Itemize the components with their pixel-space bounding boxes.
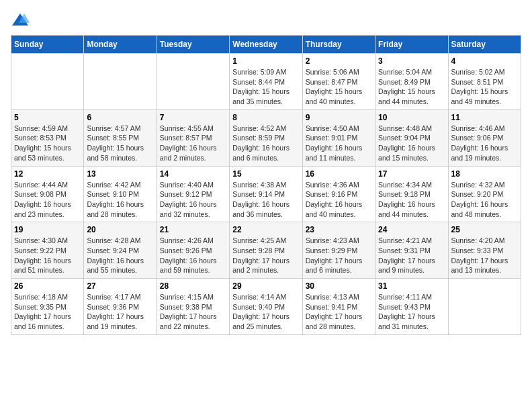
day-info: Sunset: 9:29 PM (306, 246, 372, 256)
day-info: and 58 minutes. (87, 153, 153, 163)
day-number: 26 (14, 281, 81, 291)
calendar-cell: 29Sunrise: 4:14 AMSunset: 9:40 PMDayligh… (230, 279, 302, 335)
day-info: and 13 minutes. (451, 265, 518, 275)
day-info: and 55 minutes. (87, 265, 153, 275)
calendar-week-row: 12Sunrise: 4:44 AMSunset: 9:08 PMDayligh… (11, 166, 521, 222)
day-info: Daylight: 15 hours (378, 87, 445, 97)
calendar-cell: 6Sunrise: 4:57 AMSunset: 8:55 PMDaylight… (84, 109, 157, 166)
day-info: Sunset: 9:22 PM (14, 246, 81, 256)
calendar-cell: 5Sunrise: 4:59 AMSunset: 8:53 PMDaylight… (11, 109, 84, 166)
day-info: and 40 minutes. (306, 210, 372, 220)
day-number: 23 (306, 225, 372, 234)
day-info: Daylight: 15 hours (87, 143, 153, 153)
day-info: Sunrise: 4:42 AM (87, 180, 153, 190)
day-info: Daylight: 17 hours (87, 312, 153, 322)
day-info: Sunrise: 4:11 AM (378, 292, 445, 302)
day-info: and 16 minutes. (14, 322, 81, 332)
day-info: Sunset: 9:06 PM (451, 133, 518, 143)
day-info: Sunrise: 4:34 AM (378, 180, 445, 190)
day-info: Sunrise: 4:17 AM (87, 292, 153, 302)
weekday-header: Saturday (448, 36, 521, 54)
day-info: Daylight: 16 hours (87, 199, 153, 210)
day-info: Sunrise: 4:57 AM (87, 124, 153, 134)
day-info: Sunset: 8:57 PM (160, 133, 226, 143)
day-info: Sunset: 8:44 PM (232, 77, 299, 87)
day-info: Sunset: 9:38 PM (160, 302, 226, 312)
calendar-cell (84, 54, 157, 110)
calendar-cell: 28Sunrise: 4:15 AMSunset: 9:38 PMDayligh… (157, 279, 229, 335)
calendar-cell: 4Sunrise: 5:02 AMSunset: 8:51 PMDaylight… (448, 54, 521, 110)
day-number: 7 (160, 113, 226, 122)
day-info: Sunrise: 4:52 AM (232, 124, 299, 134)
calendar-cell: 27Sunrise: 4:17 AMSunset: 9:36 PMDayligh… (84, 279, 157, 335)
calendar-cell: 9Sunrise: 4:50 AMSunset: 9:01 PMDaylight… (302, 109, 375, 166)
day-number: 16 (306, 169, 372, 179)
calendar-cell: 31Sunrise: 4:11 AMSunset: 9:43 PMDayligh… (375, 279, 448, 335)
day-info: Sunrise: 4:32 AM (451, 180, 518, 190)
day-info: Sunset: 9:18 PM (378, 189, 445, 199)
weekday-header: Sunday (11, 36, 84, 54)
day-info: and 23 minutes. (14, 210, 81, 220)
day-info: and 25 minutes. (232, 322, 299, 332)
day-info: and 59 minutes. (160, 265, 226, 275)
day-info: Daylight: 16 hours (14, 199, 81, 210)
day-info: and 32 minutes. (160, 210, 226, 220)
day-info: Daylight: 15 hours (14, 143, 81, 153)
calendar-cell: 22Sunrise: 4:25 AMSunset: 9:28 PMDayligh… (230, 222, 302, 279)
day-info: Daylight: 17 hours (378, 312, 445, 322)
day-info: and 53 minutes. (14, 153, 81, 163)
day-info: Sunset: 9:04 PM (378, 133, 445, 143)
day-number: 5 (14, 113, 81, 122)
day-info: Sunset: 9:01 PM (306, 133, 372, 143)
calendar-cell: 23Sunrise: 4:23 AMSunset: 9:29 PMDayligh… (302, 222, 375, 279)
calendar-cell: 2Sunrise: 5:06 AMSunset: 8:47 PMDaylight… (302, 54, 375, 110)
day-info: Sunset: 9:12 PM (160, 189, 226, 199)
day-info: and 2 minutes. (160, 153, 226, 163)
day-info: Sunset: 9:24 PM (87, 246, 153, 256)
calendar-cell: 17Sunrise: 4:34 AMSunset: 9:18 PMDayligh… (375, 166, 448, 222)
calendar-cell: 14Sunrise: 4:40 AMSunset: 9:12 PMDayligh… (157, 166, 229, 222)
weekday-header: Friday (375, 36, 448, 54)
day-number: 14 (160, 169, 226, 179)
logo (11, 11, 32, 30)
day-info: Sunrise: 5:09 AM (232, 67, 299, 77)
day-info: and 49 minutes. (451, 97, 518, 107)
day-number: 17 (378, 169, 445, 179)
day-info: Sunset: 9:16 PM (306, 189, 372, 199)
day-info: and 19 minutes. (451, 153, 518, 163)
day-info: and 44 minutes. (378, 210, 445, 220)
day-number: 27 (87, 281, 153, 291)
calendar-cell: 30Sunrise: 4:13 AMSunset: 9:41 PMDayligh… (302, 279, 375, 335)
day-number: 8 (232, 113, 299, 122)
day-number: 31 (378, 281, 445, 291)
day-info: Daylight: 16 hours (306, 143, 372, 153)
day-info: Sunrise: 4:46 AM (451, 124, 518, 134)
day-number: 20 (87, 225, 153, 234)
day-info: Sunrise: 4:38 AM (232, 180, 299, 190)
day-info: Daylight: 17 hours (306, 256, 372, 266)
day-info: Sunset: 8:59 PM (232, 133, 299, 143)
day-info: and 9 minutes. (378, 265, 445, 275)
day-number: 28 (160, 281, 226, 291)
day-info: Sunrise: 5:02 AM (451, 67, 518, 77)
calendar-cell: 25Sunrise: 4:20 AMSunset: 9:33 PMDayligh… (448, 222, 521, 279)
day-info: Daylight: 15 hours (451, 87, 518, 97)
day-info: Sunrise: 4:50 AM (306, 124, 372, 134)
day-info: Daylight: 16 hours (451, 199, 518, 210)
day-number: 12 (14, 169, 81, 179)
day-info: Sunrise: 4:21 AM (378, 236, 445, 246)
day-info: Daylight: 17 hours (160, 312, 226, 322)
day-number: 15 (232, 169, 299, 179)
day-info: Sunset: 9:14 PM (232, 189, 299, 199)
calendar-table: SundayMondayTuesdayWednesdayThursdayFrid… (11, 35, 521, 335)
day-number: 1 (232, 56, 299, 66)
calendar-cell: 20Sunrise: 4:28 AMSunset: 9:24 PMDayligh… (84, 222, 157, 279)
day-info: Sunrise: 4:44 AM (14, 180, 81, 190)
day-info: Daylight: 16 hours (378, 199, 445, 210)
day-number: 30 (306, 281, 372, 291)
day-info: Daylight: 16 hours (160, 143, 226, 153)
day-info: Daylight: 17 hours (378, 256, 445, 266)
calendar-cell: 1Sunrise: 5:09 AMSunset: 8:44 PMDaylight… (230, 54, 302, 110)
calendar-cell: 3Sunrise: 5:04 AMSunset: 8:49 PMDaylight… (375, 54, 448, 110)
day-info: Daylight: 17 hours (14, 312, 81, 322)
